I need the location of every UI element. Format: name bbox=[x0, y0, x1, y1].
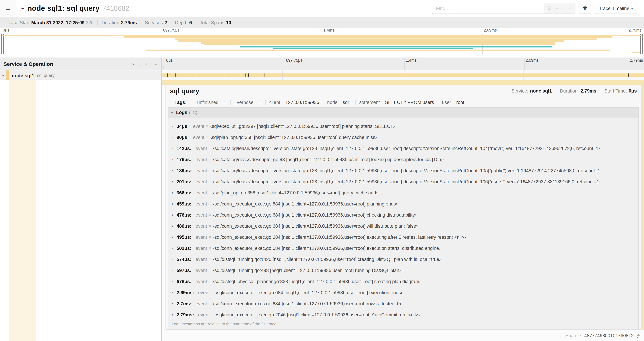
minimap-right-handle[interactable] bbox=[640, 34, 640, 54]
tick-label: 1.4ms bbox=[324, 28, 334, 32]
tag-item: node=sql1 bbox=[324, 100, 356, 105]
logs-accordion: › Logs (18) ›34μs:event=‹sql/exec_util.g… bbox=[168, 107, 639, 329]
log-row[interactable]: ›502μs:event=‹sql/conn_executor_exec.go:… bbox=[168, 243, 638, 254]
log-row[interactable]: ›366μs:event=‹sql/plan_opt.go:358 [nsql1… bbox=[168, 187, 638, 198]
detail-span-title: sql query bbox=[170, 87, 199, 95]
log-row[interactable]: ›2.69ms:event=‹sql/conn_executor_exec.go… bbox=[168, 287, 638, 298]
trace-header: › node sql1: sql query 7418682 bbox=[22, 4, 129, 13]
log-row[interactable]: ›142μs:event=‹sql/catalog/lease/descript… bbox=[168, 143, 638, 154]
span-row: › node sql1 sql query bbox=[0, 70, 644, 80]
detail-right-lane: sql query Service:node sql1Duration:2.79… bbox=[162, 80, 644, 341]
tick-label: 0μs bbox=[166, 58, 173, 62]
logs-collapse-icon[interactable]: › bbox=[170, 112, 174, 113]
trace-view-selector[interactable]: Trace Timeline › bbox=[595, 3, 637, 14]
locate-icon[interactable] bbox=[547, 6, 552, 11]
find-clear-icon[interactable]: ✕ bbox=[568, 6, 572, 11]
trace-detail-area: Service & Operation › › » » || 0μs697.75… bbox=[0, 58, 644, 341]
span-accent-band bbox=[9, 80, 36, 341]
minimap-span-bar bbox=[124, 37, 612, 38]
grid-line bbox=[523, 70, 524, 80]
span-detail-region: sql query Service:node sql1Duration:2.79… bbox=[0, 80, 644, 341]
tag-item: client=127.0.0.1:59936 bbox=[266, 100, 323, 105]
span-collapse-icon[interactable]: › bbox=[2, 75, 6, 76]
find-prev-icon[interactable]: ‹ bbox=[554, 8, 559, 9]
log-tick-mark bbox=[186, 74, 186, 77]
log-row[interactable]: ›476μs:event=‹sql/conn_executor_exec.go:… bbox=[168, 209, 638, 220]
column-resize-grip[interactable]: || bbox=[162, 66, 164, 69]
trace-info-item: Total Spans10 bbox=[196, 20, 235, 25]
log-tick-mark bbox=[279, 74, 279, 77]
trace-info-item: Duration2.79ms bbox=[98, 20, 141, 25]
log-row[interactable]: ›495μs:event=‹sql/conn_executor_exec.go:… bbox=[168, 231, 638, 243]
expand-all-icon[interactable]: » bbox=[154, 61, 157, 67]
trace-id: 7418682 bbox=[102, 4, 129, 12]
span-detail-card: sql query Service:node sql1Duration:2.79… bbox=[166, 85, 641, 329]
grid-line bbox=[403, 70, 403, 80]
back-button[interactable]: ← bbox=[0, 0, 16, 17]
log-tick-mark bbox=[175, 74, 176, 77]
log-tick-mark bbox=[244, 74, 244, 77]
log-row[interactable]: ›597μs:event=‹sql/distsql_running.go:498… bbox=[168, 265, 638, 276]
log-tick-mark bbox=[248, 74, 248, 77]
span-row-track[interactable] bbox=[161, 70, 644, 80]
log-row[interactable]: ›80μs:event=‹sql/plan_opt.go:358 [nsql1,… bbox=[168, 132, 638, 143]
log-tick-mark bbox=[265, 74, 265, 77]
grid-line bbox=[282, 70, 282, 80]
span-color-strip bbox=[6, 70, 8, 80]
detail-tint-strip-right bbox=[641, 85, 644, 330]
log-row[interactable]: ›574μs:event=‹sql/distsql_running.go:142… bbox=[168, 254, 638, 265]
log-row[interactable]: ›2.79ms:event=‹sql/conn_executor_exec.go… bbox=[168, 309, 638, 320]
top-bar: ← › node sql1: sql query 7418682 ‹ › ✕ ⌘ bbox=[0, 0, 644, 17]
span-service-name: node sql1 bbox=[12, 73, 34, 78]
find-tools: ‹ › ✕ bbox=[544, 3, 575, 14]
trace-info-item: Depth6 bbox=[171, 20, 196, 25]
trace-timeline-page: ← › node sql1: sql query 7418682 ‹ › ✕ ⌘ bbox=[0, 0, 644, 341]
log-row[interactable]: ›486μs:event=‹sql/conn_executor_exec.go:… bbox=[168, 220, 638, 231]
logs-title: Logs bbox=[176, 110, 187, 115]
span-id-label: SpanID: bbox=[565, 333, 582, 338]
trace-title: node sql1: sql query bbox=[28, 4, 100, 13]
find-input[interactable] bbox=[432, 3, 544, 14]
minimap-span-bar bbox=[632, 52, 640, 53]
span-operation-name: sql query bbox=[37, 73, 54, 78]
tag-item: _unfinished=1 bbox=[191, 100, 230, 105]
detail-tint-strip-top bbox=[162, 80, 644, 85]
log-row[interactable]: ›201μs:event=‹sql/catalog/lease/descript… bbox=[168, 176, 638, 187]
find-next-icon[interactable]: › bbox=[560, 8, 565, 9]
tags-accordion[interactable]: › Tags: _unfinished=1_verbose=1client=12… bbox=[166, 97, 641, 107]
chevron-down-icon: › bbox=[630, 8, 634, 9]
log-row[interactable]: ›2.7ms:event=‹sql/conn_executor_exec.go:… bbox=[168, 298, 638, 309]
log-tick-mark bbox=[241, 74, 241, 77]
log-tick-mark bbox=[642, 74, 642, 77]
tick-label: 697.75μs bbox=[163, 28, 180, 32]
tag-item: _verbose=1 bbox=[230, 100, 266, 105]
minimap-left-handle[interactable] bbox=[4, 34, 4, 54]
tags-label: Tags: bbox=[174, 100, 186, 105]
logs-header[interactable]: › Logs (18) bbox=[168, 108, 638, 118]
collapse-one-icon[interactable]: › bbox=[131, 63, 136, 65]
span-row-label[interactable]: › node sql1 sql query bbox=[0, 70, 161, 80]
timeline-minimap[interactable] bbox=[2, 34, 642, 54]
log-row[interactable]: ›189μs:event=‹sql/catalog/lease/descript… bbox=[168, 165, 638, 176]
keyboard-shortcuts-button[interactable]: ⌘ bbox=[579, 3, 591, 14]
trace-summary-bar: Trace StartMarch 31 2022, 17:25:09.326Du… bbox=[0, 17, 644, 29]
log-row[interactable]: ›34μs:event=‹sql/exec_util.go:2297 [nsql… bbox=[168, 121, 638, 132]
deep-link-icon[interactable] bbox=[636, 333, 641, 338]
collapse-trace-icon[interactable]: › bbox=[19, 7, 27, 10]
logs-list: ›34μs:event=‹sql/exec_util.go:2297 [nsql… bbox=[168, 118, 638, 320]
log-row[interactable]: ›678μs:event=‹sql/distsql_physical_plann… bbox=[168, 276, 638, 287]
expand-one-icon[interactable]: › bbox=[140, 61, 141, 67]
tag-item: user=root bbox=[438, 100, 468, 105]
minimap-span-bar bbox=[240, 46, 552, 48]
log-row[interactable]: ›176μs:event=‹sql/catalog/descs/descript… bbox=[168, 154, 638, 165]
span-id-row: SpanID: 4877749850101760812 bbox=[565, 333, 641, 338]
log-row[interactable]: ›459μs:event=‹sql/conn_executor_exec.go:… bbox=[168, 198, 638, 209]
detail-meta-item: Duration:2.79ms bbox=[556, 89, 600, 94]
tags-expand-icon[interactable]: › bbox=[170, 100, 172, 105]
minimap-span-bar bbox=[273, 48, 473, 49]
grid-line bbox=[284, 58, 285, 70]
tag-item: statement=SELECT * FROM users bbox=[356, 100, 438, 105]
grid-line bbox=[524, 58, 524, 70]
collapse-all-icon[interactable]: » bbox=[145, 63, 151, 65]
column-divider[interactable] bbox=[161, 58, 162, 341]
